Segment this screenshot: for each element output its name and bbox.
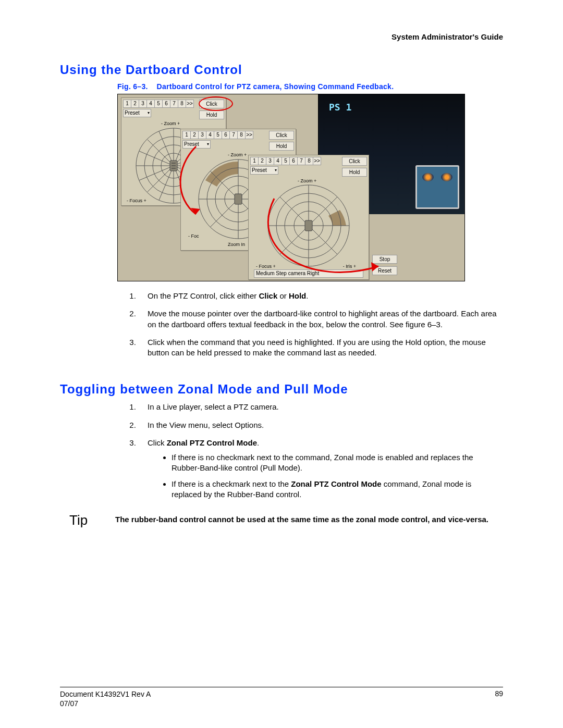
page-footer: Document K14392V1 Rev A 07/07 89 (60, 689, 503, 708)
hold-button: Hold (342, 168, 367, 177)
figure-caption-prefix: Fig. 6–3. (117, 82, 148, 91)
tip-label: Tip (69, 512, 115, 528)
instruction-item: In a Live player, select a PTZ camera. (138, 402, 503, 412)
instruction-item: Click when the command that you need is … (138, 337, 503, 359)
focus-label-short: - Foc (188, 233, 199, 239)
tip-text: The rubber-band control cannot be used a… (115, 512, 488, 528)
preset-dropdown: Preset (123, 109, 151, 117)
focus-label: - Focus + (127, 198, 146, 203)
footer-doc-id: Document K14392V1 Rev A (60, 690, 151, 698)
red-arrow-1 (170, 141, 232, 225)
zoom-in-label: Zoom In (228, 242, 245, 247)
red-arrow-2 (253, 188, 389, 281)
svg-marker-35 (371, 262, 378, 272)
preset-number-row: 12345678>> (250, 157, 321, 165)
footer-rule (60, 687, 503, 687)
footer-page-number: 89 (495, 689, 503, 708)
figure-dartboard: PS 1 12345678>> Preset Click Hold - Zoom… (117, 94, 465, 281)
toggle-bullets: If there is no checkmark next to the com… (172, 452, 503, 500)
instruction-item: Click Zonal PTZ Control Mode. If there i… (138, 438, 503, 500)
tip-block: Tip The rubber-band control cannot be us… (69, 512, 503, 528)
preset-number-row: 12345678>> (123, 100, 194, 108)
video-label-ps1: PS 1 (329, 102, 351, 113)
hold-button: Hold (269, 142, 294, 151)
instructions-dartboard: On the PTZ Control, click either Click o… (138, 291, 503, 358)
hold-button: Hold (199, 110, 224, 119)
red-highlight-click (199, 96, 233, 111)
click-button: Click (342, 157, 367, 166)
figure-caption: Fig. 6–3. Dartboard Control for PTZ came… (117, 82, 503, 91)
instruction-item: Move the mouse pointer over the dartboar… (138, 309, 503, 330)
bullet-item: If there is a checkmark next to the Zona… (172, 479, 503, 500)
instructions-toggle: In a Live player, select a PTZ camera. I… (138, 402, 503, 500)
footer-date: 07/07 (60, 699, 78, 708)
video-monitor-icon (415, 165, 459, 209)
svg-rect-24 (235, 194, 242, 204)
section-title-toggle: Toggling between Zonal Mode and Pull Mod… (60, 382, 503, 397)
instruction-item: On the PTZ Control, click either Click o… (138, 291, 503, 301)
bullet-item: If there is no checkmark next to the com… (172, 452, 503, 474)
header-guide-title: System Administrator's Guide (391, 32, 503, 41)
section-title-dartboard: Using the Dartboard Control (60, 63, 503, 77)
preset-number-row: 12345678>> (182, 131, 253, 139)
figure-caption-text: Dartboard Control for PTZ camera, Showin… (157, 82, 394, 91)
preset-dropdown: Preset (250, 166, 278, 175)
click-button: Click (269, 131, 294, 140)
instruction-item: In the View menu, select Options. (138, 420, 503, 430)
